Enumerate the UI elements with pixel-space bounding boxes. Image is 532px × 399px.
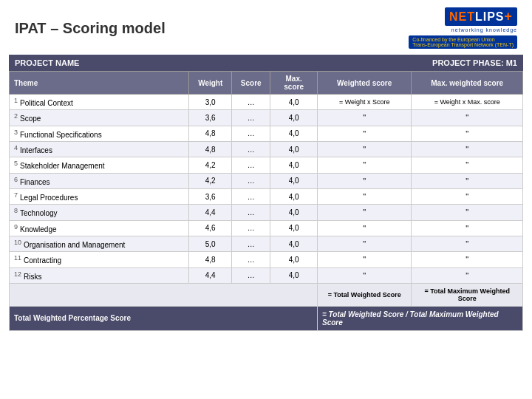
row-number: 9 (14, 223, 18, 231)
cell-weight: 4,2 (189, 173, 232, 188)
table-row: 2Scope3,6…4,0"" (10, 110, 523, 126)
table-row: 7Legal Procedures3,6…4,0"" (10, 188, 523, 204)
row-number: 10 (14, 239, 21, 246)
cell-theme: 1Political Context (10, 95, 189, 110)
cell-score: … (232, 205, 270, 220)
row-number: 6 (14, 176, 18, 183)
cell-max-weighted: " (412, 188, 523, 204)
cell-theme: 12Risks (10, 267, 189, 283)
cell-score: … (232, 267, 270, 283)
col-header-theme: Theme (10, 72, 189, 95)
cell-weight: 4,8 (189, 141, 232, 157)
footer-row-percentage: Total Weighted Percentage Score= Total W… (10, 306, 523, 330)
cell-theme: 5Stakeholder Management (10, 157, 189, 173)
cell-score: … (232, 126, 270, 141)
cell-weight: 4,8 (189, 126, 232, 141)
cell-max-weighted: " (412, 173, 523, 188)
cell-max-score: 4,0 (270, 173, 318, 188)
col-header-maxscore: Max. score (270, 72, 318, 95)
cell-weight: 4,2 (189, 157, 232, 173)
cell-score: … (232, 236, 270, 251)
table-row: 11Contracting4,8…4,0"" (10, 252, 523, 267)
footer-total-weighted: = Total Weighted Score (317, 283, 411, 306)
cell-score: … (232, 252, 270, 267)
logo-tagline1: networking knowledge (451, 27, 517, 33)
table-row: 12Risks4,4…4,0"" (10, 267, 523, 283)
row-number: 8 (14, 207, 18, 214)
cell-max-weighted: " (412, 205, 523, 220)
row-number: 3 (14, 129, 18, 136)
cell-weighted: = Weight x Score (317, 95, 411, 110)
table-row: 10Organisation and Management5,0…4,0"" (10, 236, 523, 251)
cell-weight: 4,4 (189, 205, 232, 220)
row-number: 7 (14, 191, 18, 199)
cell-weighted: " (317, 126, 411, 141)
cell-weighted: " (317, 220, 411, 236)
eu-text2: Trans-European Transport Network (TEN-T) (412, 42, 514, 47)
cell-score: … (232, 110, 270, 126)
cell-max-weighted: " (412, 126, 523, 141)
table-row: 1Political Context3,0…4,0= Weight x Scor… (10, 95, 523, 110)
table-row: 4Interfaces4,8…4,0"" (10, 141, 523, 157)
cell-weighted: " (317, 205, 411, 220)
cell-max-score: 4,0 (270, 157, 318, 173)
cell-theme: 8Technology (10, 205, 189, 220)
footer-empty (10, 283, 318, 306)
cell-weight: 3,6 (189, 188, 232, 204)
cell-max-weighted: " (412, 220, 523, 236)
row-number: 5 (14, 160, 18, 167)
cell-max-weighted: = Weight x Max. score (412, 95, 523, 110)
footer-percentage-label: Total Weighted Percentage Score (10, 306, 318, 330)
table-row: 9Knowledge4,6…4,0"" (10, 220, 523, 236)
cell-weight: 3,0 (189, 95, 232, 110)
row-number: 2 (14, 112, 18, 120)
project-header: PROJECT NAME PROJECT PHASE: M1 (9, 55, 523, 71)
cell-max-weighted: " (412, 267, 523, 283)
cell-max-score: 4,0 (270, 205, 318, 220)
cell-weighted: " (317, 252, 411, 267)
col-header-score: Score (232, 72, 270, 95)
cell-weighted: " (317, 188, 411, 204)
cell-score: … (232, 141, 270, 157)
cell-max-weighted: " (412, 252, 523, 267)
cell-max-weighted: " (412, 157, 523, 173)
row-number: 4 (14, 144, 18, 151)
col-header-weighted: Weighted score (317, 72, 411, 95)
cell-weight: 4,4 (189, 267, 232, 283)
table-container: PROJECT NAME PROJECT PHASE: M1 Theme Wei… (0, 55, 532, 337)
cell-max-score: 4,0 (270, 220, 318, 236)
table-header-row: Theme Weight Score Max. score Weighted s… (10, 72, 523, 95)
cell-weighted: " (317, 141, 411, 157)
table-row: 3Functional Specifications4,8…4,0"" (10, 126, 523, 141)
logo-suffix: + (504, 9, 513, 24)
cell-max-score: 4,0 (270, 267, 318, 283)
project-name-label: PROJECT NAME (15, 58, 207, 67)
table-row: 8Technology4,4…4,0"" (10, 205, 523, 220)
cell-score: … (232, 188, 270, 204)
cell-weighted: " (317, 236, 411, 251)
table-row: 6Finances4,2…4,0"" (10, 173, 523, 188)
cell-theme: 9Knowledge (10, 220, 189, 236)
cell-theme: 6Finances (10, 173, 189, 188)
logo-net: NET (449, 10, 475, 24)
eu-badge: Co-financed by the European Union Trans-… (409, 35, 517, 49)
footer-percentage-formula: = Total Weighted Score / Total Maximum W… (317, 306, 522, 330)
row-number: 1 (14, 97, 18, 104)
header: IPAT – Scoring model NET LIPS + networki… (0, 0, 532, 55)
cell-weighted: " (317, 267, 411, 283)
cell-weight: 3,6 (189, 110, 232, 126)
cell-score: … (232, 173, 270, 188)
scoring-table: Theme Weight Score Max. score Weighted s… (9, 71, 523, 331)
cell-weight: 5,0 (189, 236, 232, 251)
page: IPAT – Scoring model NET LIPS + networki… (0, 0, 532, 399)
cell-weight: 4,8 (189, 252, 232, 267)
footer-total-max-weighted: = Total Maximum Weighted Score (412, 283, 523, 306)
cell-max-score: 4,0 (270, 126, 318, 141)
cell-theme: 4Interfaces (10, 141, 189, 157)
cell-max-score: 4,0 (270, 95, 318, 110)
row-number: 11 (14, 254, 21, 262)
row-number: 12 (14, 270, 21, 278)
cell-weight: 4,6 (189, 220, 232, 236)
cell-max-weighted: " (412, 236, 523, 251)
cell-max-score: 4,0 (270, 236, 318, 251)
